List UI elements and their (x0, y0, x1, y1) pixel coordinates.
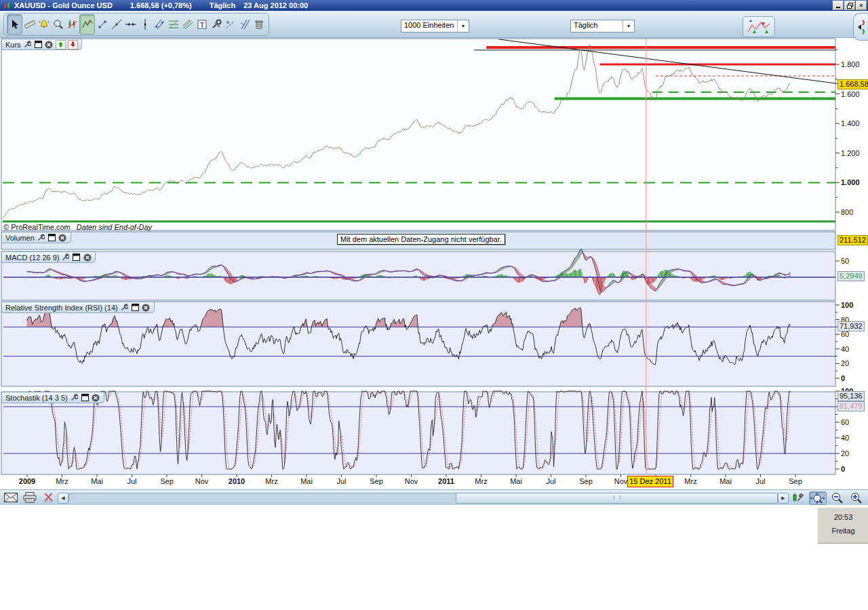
zoom-in-icon[interactable] (848, 491, 865, 504)
time-info-popup: 20:53 Freitag (817, 507, 868, 544)
settings-tools-icon[interactable] (209, 15, 223, 34)
tool-group: T (3, 13, 269, 36)
close-button[interactable]: × (856, 1, 867, 10)
segment-tool-icon[interactable] (95, 15, 109, 34)
units-dropdown[interactable]: 1000 Einheiten ▼ (401, 20, 469, 33)
stochastik-panel-title: Stochastik (14 3 5) (5, 394, 68, 402)
wrench-icon[interactable] (37, 234, 45, 242)
window-title: XAUUSD - Gold Ounce USD (14, 1, 113, 9)
chart-settings-icon[interactable] (789, 491, 806, 504)
wrench-icon[interactable] (23, 41, 32, 49)
y-axis-tick-label: 50 (841, 257, 849, 265)
h-scrollbar-track[interactable] (68, 493, 777, 502)
chart-canvas[interactable] (0, 0, 868, 489)
mini-chart-icon (747, 20, 770, 35)
rsi-panel-tab[interactable]: Relative Strength Index (RSI) (14) (1, 302, 155, 313)
pitchfork-tool-icon[interactable] (180, 15, 195, 34)
x-axis-label: Mai (510, 477, 522, 485)
zoom-tool-icon[interactable] (51, 15, 65, 34)
vertical-line-tool-icon[interactable] (138, 15, 152, 34)
x-axis-label: Nov (405, 477, 418, 485)
macd-panel-tab[interactable]: MACD (12 26 9) (1, 251, 96, 263)
y-axis-tick-label: 1.200 (841, 149, 860, 157)
x-axis-label: Mai (300, 477, 313, 485)
x-axis-label: 2011 (438, 477, 454, 485)
chevron-down-icon[interactable]: ▼ (457, 20, 469, 32)
close-icon[interactable] (142, 304, 151, 312)
wrench-icon[interactable] (61, 253, 70, 262)
popup-day: Freitag (818, 527, 868, 535)
fibonacci-tool-icon[interactable] (166, 15, 180, 34)
kurs-current-value: 1.668,58 (837, 79, 868, 89)
macd-current-value: 5,2949 (837, 271, 865, 281)
close-icon[interactable] (58, 234, 67, 242)
x-axis-label: Mrz (475, 477, 487, 485)
scroll-right-button[interactable]: ▶ (778, 493, 789, 504)
y-axis-tick-label: 800 (841, 208, 853, 216)
new-window-icon[interactable] (81, 394, 90, 402)
angle-lines-tool-icon[interactable] (237, 15, 252, 34)
horizontal-line-tool-icon[interactable] (123, 15, 138, 34)
x-axis-label: Jul (755, 477, 765, 485)
x-axis-label: Nov (195, 477, 209, 485)
move-panel-down-icon[interactable] (68, 40, 78, 49)
x-axis-label: Jul (546, 477, 555, 485)
y-axis-tick-label: 20 (841, 449, 849, 458)
pointer-tool-icon[interactable] (7, 14, 22, 35)
y-axis-tick-label: 40 (841, 434, 849, 442)
data-note: Daten sind End-of-Day (77, 223, 152, 231)
volumen-panel-tab[interactable]: Volumen (1, 232, 71, 243)
cut-icon[interactable] (41, 491, 57, 504)
restore-button[interactable] (844, 1, 855, 10)
alarm-bell-icon[interactable] (37, 15, 51, 34)
ruler-tool-icon[interactable] (22, 15, 37, 34)
zoom-pan-icon[interactable] (809, 491, 827, 505)
macd-panel-title: MACD (12 26 9) (5, 253, 59, 262)
x-axis-label: 2010 (229, 477, 245, 485)
move-panel-up-icon[interactable] (56, 40, 66, 49)
new-window-icon[interactable] (131, 304, 140, 312)
x-axis-label: Mrz (684, 477, 696, 485)
x-axis-label: Mai (719, 477, 732, 485)
new-window-icon[interactable] (34, 41, 43, 49)
dashed-segment-tool-icon[interactable] (223, 15, 237, 34)
window-titlebar[interactable]: XAUUSD - Gold Ounce USD 1.668,58 (+0,78%… (0, 0, 868, 11)
drawing-toolbar: T 1000 Einheiten ▼ Täglich ▼ (0, 11, 868, 38)
minimize-button[interactable] (833, 1, 844, 10)
app-logo-icon (3, 1, 12, 9)
chart-display-mode-button[interactable] (743, 16, 775, 37)
x-axis-label: Mrz (56, 477, 68, 485)
y-axis-tick-label: 1.400 (841, 119, 860, 127)
close-icon[interactable] (92, 394, 100, 402)
close-icon[interactable] (45, 41, 54, 49)
panel-arrows-icon (856, 18, 866, 36)
new-window-icon[interactable] (72, 253, 81, 262)
crosshair-date-label: 15 Dez 2011 (627, 476, 673, 487)
email-icon[interactable] (3, 491, 19, 504)
new-window-icon[interactable] (47, 234, 56, 242)
h-scrollbar-thumb[interactable] (456, 493, 778, 504)
stochastik-d-value: 81,479 (837, 401, 865, 411)
close-icon[interactable] (83, 253, 92, 262)
zigzag-tool-icon[interactable] (79, 14, 95, 35)
x-axis-label: 2009 (19, 477, 35, 485)
print-icon[interactable] (22, 491, 38, 504)
wrench-icon[interactable] (120, 304, 129, 312)
period-dropdown[interactable]: Täglich ▼ (570, 20, 635, 33)
stochastik-panel-tab[interactable]: Stochastik (14 3 5) (1, 392, 104, 403)
parallel-lines-tool-icon[interactable] (152, 15, 166, 34)
side-panel-toggle[interactable] (853, 13, 868, 41)
scroll-left-button[interactable]: ◀ (58, 493, 68, 504)
chevron-down-icon[interactable]: ▼ (623, 20, 634, 32)
text-tool-icon[interactable]: T (195, 15, 209, 34)
y-axis-tick-label: 1.000 (841, 178, 860, 186)
rsi-panel-title: Relative Strength Index (RSI) (14) (5, 304, 118, 312)
rsi-current-value: 71,932 (837, 321, 865, 331)
kurs-panel-tab[interactable]: Kurs (1, 39, 82, 50)
line-tool-icon[interactable] (109, 15, 123, 34)
candlestick-pattern-icon[interactable] (65, 15, 79, 34)
stochastik-k-value: 95,136 (837, 391, 865, 401)
wrench-icon[interactable] (70, 394, 79, 402)
trash-icon[interactable] (252, 15, 266, 34)
zoom-out-icon[interactable] (829, 491, 846, 504)
